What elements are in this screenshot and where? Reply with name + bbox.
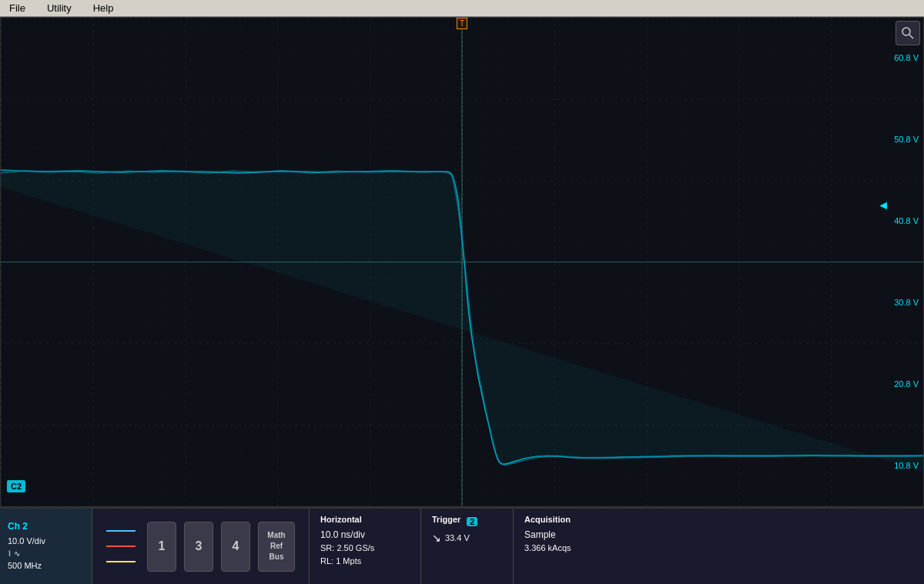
- wave-ch3-indicator: [106, 561, 136, 562]
- acquisition-mode: Sample: [524, 528, 618, 542]
- svg-line-13: [909, 35, 913, 38]
- ch2-panel-title: Ch 2: [8, 521, 84, 532]
- status-bar: Ch 2 10.0 V/div ⌇ ∿ 500 MHz 1 3: [0, 507, 924, 584]
- ch2-label: C2: [7, 480, 25, 492]
- ch1-wave-line: [106, 530, 136, 532]
- menu-bar: File Utility Help: [0, 0, 924, 17]
- trigger-panel: Trigger 2 ↘ 33.4 V: [421, 509, 514, 584]
- channel-buttons-area: 1 3 4 Math Ref Bus: [92, 509, 310, 584]
- ch2-vdiv: 10.0 V/div: [8, 535, 84, 548]
- wave-ch1-indicator: [106, 530, 136, 532]
- trigger-title: Trigger: [432, 515, 460, 524]
- trigger-slope-icon: ↘: [432, 532, 441, 544]
- record-length: RL: 1 Mpts: [320, 555, 410, 568]
- time-div: 10.0 ns/div: [320, 528, 410, 542]
- trigger-channel-badge: 2: [467, 517, 477, 526]
- ch1-button[interactable]: 1: [147, 522, 176, 572]
- math-ref-bus-button[interactable]: Math Ref Bus: [258, 522, 295, 572]
- waveform-svg: [1, 18, 923, 506]
- menu-help[interactable]: Help: [90, 1, 117, 15]
- svg-point-12: [902, 28, 910, 35]
- zoom-icon[interactable]: [896, 21, 920, 45]
- horizontal-title: Horizontal: [320, 515, 410, 524]
- ch2-panel: Ch 2 10.0 V/div ⌇ ∿ 500 MHz: [0, 509, 92, 584]
- sample-rate: SR: 2.50 GS/s: [320, 542, 410, 555]
- oscilloscope-container: ▼ T 60.8 V 50.8 V 40.8 V 30.8 V 20.8 V 1…: [0, 17, 924, 584]
- wave-indicators: [106, 530, 136, 562]
- trigger-level: 33.4 V: [445, 532, 470, 545]
- acquisition-count: 3.366 kAcqs: [524, 542, 618, 555]
- ch2-bw-icon: ⌇ ∿: [8, 548, 84, 559]
- ch2-bandwidth: 500 MHz: [8, 559, 84, 572]
- menu-utility[interactable]: Utility: [44, 1, 75, 15]
- ch3-wave-line: [106, 561, 136, 562]
- acquisition-title: Acquisition: [524, 515, 618, 524]
- menu-file[interactable]: File: [6, 1, 28, 15]
- magnify-icon: [901, 26, 915, 40]
- trigger-level-arrow: ◄: [877, 199, 889, 212]
- acquisition-panel: Acquisition Sample 3.366 kAcqs: [514, 509, 629, 584]
- ch4-button[interactable]: 4: [221, 522, 250, 572]
- ch2-wave-line: [106, 546, 136, 547]
- horizontal-panel: Horizontal 10.0 ns/div SR: 2.50 GS/s RL:…: [310, 509, 421, 584]
- trigger-time-marker: T: [457, 18, 467, 29]
- wave-ch2-indicator: [106, 546, 136, 547]
- ch3-button[interactable]: 3: [184, 522, 213, 572]
- waveform-display[interactable]: ▼ T 60.8 V 50.8 V 40.8 V 30.8 V 20.8 V 1…: [0, 17, 924, 507]
